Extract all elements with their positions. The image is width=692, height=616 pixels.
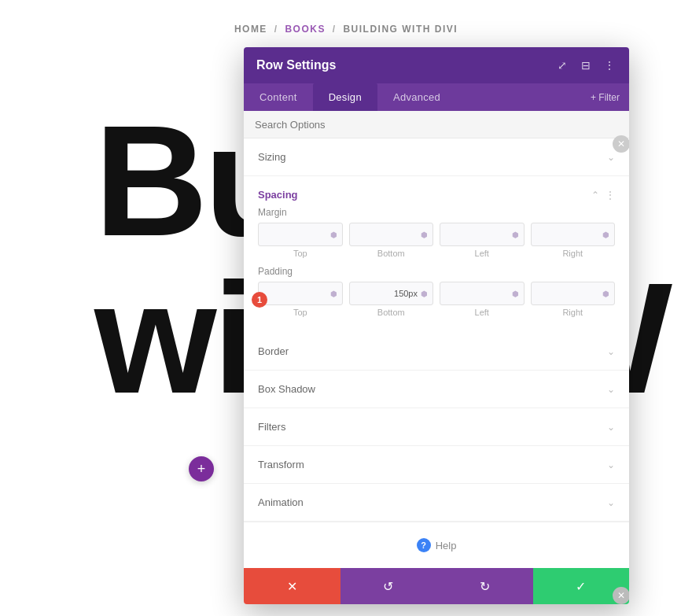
margin-bottom-group: ⬢ Bottom [349,223,434,258]
margin-left-caption: Left [475,249,489,258]
padding-top-caption: Top [293,308,307,317]
padding-left-input[interactable]: ⬢ [440,282,525,305]
modal-header: Row Settings ⤢ ⊟ ⋮ [244,47,629,83]
box-shadow-chevron: ⌄ [607,384,615,395]
animation-section[interactable]: Animation ⌄ [244,484,629,522]
breadcrumb-home[interactable]: HOME [234,24,267,35]
padding-inputs-wrapper: 1 ⬢ Top 150px ⬢ Bottom [258,282,615,317]
padding-left-caption: Left [475,308,489,317]
sizing-section[interactable]: Sizing ⌄ [244,138,629,176]
search-bar [244,111,629,138]
undo-button[interactable]: ↺ [340,568,437,604]
margin-inputs-top-bottom: ⬢ Top ⬢ Bottom ⬢ Left [258,223,615,258]
margin-bottom-link-icon: ⬢ [421,231,428,239]
filters-section[interactable]: Filters ⌄ [244,408,629,446]
breadcrumb-sep1: / [274,24,278,35]
margin-bottom-caption: Bottom [377,249,405,258]
margin-top-input[interactable]: ⬢ [258,223,343,246]
padding-right-input[interactable]: ⬢ [531,282,616,305]
border-label: Border [258,345,289,357]
margin-left-group: ⬢ Left [440,223,525,258]
padding-bottom-group: 150px ⬢ Bottom [349,282,434,317]
margin-left-link-icon: ⬢ [512,231,519,239]
padding-bottom-link-icon: ⬢ [421,290,428,298]
cancel-button[interactable]: ✕ [244,568,340,604]
margin-top-group: ⬢ Top [258,223,343,258]
modal-close-top-button[interactable]: ✕ [613,135,629,153]
breadcrumb-sep2: / [333,24,337,35]
padding-bottom-caption: Bottom [377,308,405,317]
modal-header-icons: ⤢ ⊟ ⋮ [555,58,617,72]
add-row-button[interactable]: + [189,456,214,481]
modal-title: Row Settings [256,58,336,72]
modal-content: Sizing ⌄ Spacing ⌃ ⋮ Margin ⬢ Top [244,138,629,568]
fullscreen-icon[interactable]: ⤢ [555,58,569,72]
sizing-label: Sizing [258,151,285,163]
animation-label: Animation [258,496,304,508]
margin-left-input[interactable]: ⬢ [440,223,525,246]
redo-button[interactable]: ↻ [436,568,533,604]
filter-button[interactable]: + Filter [591,92,620,103]
padding-inputs: ⬢ Top 150px ⬢ Bottom ⬢ [258,282,615,317]
help-label[interactable]: Help [436,540,457,551]
row-settings-modal: ✕ Row Settings ⤢ ⊟ ⋮ Content Design Adva… [244,47,629,604]
action-bar: ✕ ↺ ↻ ✓ [244,568,629,604]
columns-icon[interactable]: ⊟ [579,58,593,72]
tab-design[interactable]: Design [313,83,377,111]
breadcrumb: HOME / BOOKS / BUILDING WITH DIVI [0,24,692,35]
padding-left-group: ⬢ Left [440,282,525,317]
spacing-section-header: Spacing ⌃ ⋮ [244,176,629,207]
spacing-header-icons: ⌃ ⋮ [591,190,615,201]
padding-left-link-icon: ⬢ [512,290,519,298]
box-shadow-label: Box Shadow [258,383,315,395]
search-input[interactable] [255,119,618,131]
spacing-more-icon[interactable]: ⋮ [606,190,615,201]
margin-top-caption: Top [293,249,307,258]
margin-right-link-icon: ⬢ [602,231,609,239]
help-section: ? Help [244,522,629,568]
padding-badge: 1 [252,292,267,308]
transform-section[interactable]: Transform ⌄ [244,446,629,484]
margin-top-link-icon: ⬢ [330,231,337,239]
box-shadow-section[interactable]: Box Shadow ⌄ [244,371,629,408]
padding-top-group: ⬢ Top [258,282,343,317]
filters-chevron: ⌄ [607,422,615,433]
sizing-chevron: ⌄ [607,152,615,163]
padding-bottom-value: 150px [394,289,418,298]
tabs-bar: Content Design Advanced + Filter [244,83,629,111]
transform-chevron: ⌄ [607,459,615,470]
breadcrumb-current: BUILDING WITH DIVI [343,24,458,35]
padding-right-caption: Right [562,308,583,317]
padding-label: Padding [258,266,615,277]
margin-right-group: ⬢ Right [531,223,616,258]
more-options-icon[interactable]: ⋮ [602,58,617,72]
filters-label: Filters [258,421,285,433]
padding-right-group: ⬢ Right [531,282,616,317]
modal-close-bottom-button[interactable]: ✕ [613,587,629,604]
margin-right-input[interactable]: ⬢ [531,223,616,246]
border-section[interactable]: Border ⌄ [244,333,629,371]
margin-label: Margin [258,207,615,218]
help-icon: ? [417,538,431,552]
margin-bottom-input[interactable]: ⬢ [349,223,434,246]
margin-right-caption: Right [562,249,583,258]
breadcrumb-books[interactable]: BOOKS [285,24,326,35]
tab-advanced[interactable]: Advanced [377,83,456,111]
animation-chevron: ⌄ [607,497,615,508]
spacing-label: Spacing [258,189,298,201]
border-chevron: ⌄ [607,346,615,357]
padding-top-link-icon: ⬢ [330,290,337,298]
spacing-section-content: Margin ⬢ Top ⬢ Bottom ⬢ [244,207,629,333]
padding-right-link-icon: ⬢ [602,290,609,298]
tab-content[interactable]: Content [244,83,313,111]
padding-top-input[interactable]: ⬢ [258,282,343,305]
spacing-collapse-icon[interactable]: ⌃ [591,190,599,201]
padding-bottom-input[interactable]: 150px ⬢ [349,282,434,305]
transform-label: Transform [258,459,304,470]
